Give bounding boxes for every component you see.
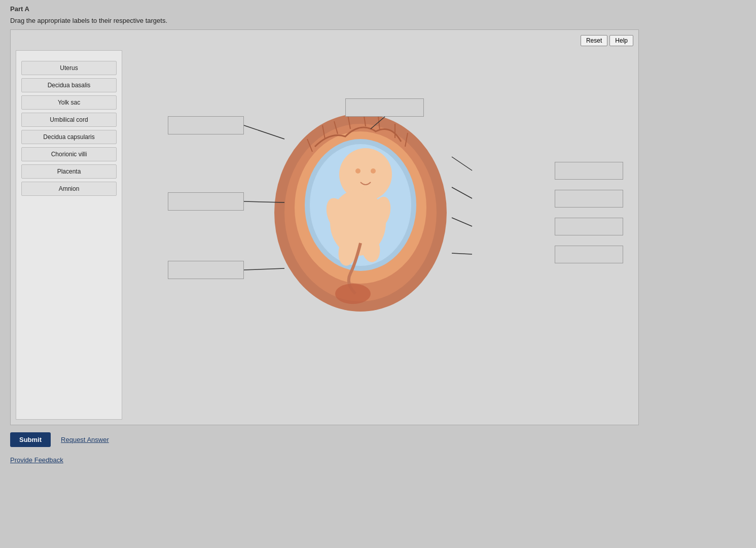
label-uterus[interactable]: Uterus	[21, 61, 117, 75]
drop-zone-right-1[interactable]	[555, 162, 623, 180]
request-answer-button[interactable]: Request Answer	[61, 436, 109, 443]
labels-panel: Uterus Decidua basalis Yolk sac Umbilica…	[16, 50, 122, 420]
drop-zone-left-upper[interactable]	[168, 116, 244, 134]
drop-zone-right-2[interactable]	[555, 190, 623, 208]
fetus-illustration	[264, 81, 457, 324]
help-button[interactable]: Help	[609, 35, 633, 46]
svg-point-11	[355, 168, 361, 174]
label-umbilical-cord[interactable]: Umbilical cord	[21, 113, 117, 127]
label-decidua-basalis[interactable]: Decidua basalis	[21, 78, 117, 92]
top-buttons: Reset Help	[581, 35, 633, 46]
diagram-area	[127, 50, 633, 420]
page-wrapper: Part A Drag the appropriate labels to th…	[0, 0, 756, 469]
drop-zone-right-4[interactable]	[555, 246, 623, 263]
label-placenta[interactable]: Placenta	[21, 164, 117, 179]
part-label: Part A	[10, 5, 746, 13]
label-yolk-sac[interactable]: Yolk sac	[21, 95, 117, 110]
drop-zone-right-3[interactable]	[555, 218, 623, 235]
instruction: Drag the appropriate labels to their res…	[10, 17, 746, 24]
feedback-link[interactable]: Provide Feedback	[10, 456, 746, 464]
bottom-actions: Submit Request Answer	[10, 432, 746, 447]
label-decidua-capsularis[interactable]: Decidua capsularis	[21, 130, 117, 144]
svg-point-12	[371, 168, 376, 174]
label-amnion[interactable]: Amnion	[21, 182, 117, 196]
svg-point-13	[335, 284, 371, 304]
reset-button[interactable]: Reset	[581, 35, 607, 46]
drop-zone-left-lower[interactable]	[168, 261, 244, 279]
drop-zone-left-middle[interactable]	[168, 192, 244, 211]
drop-zone-top-right[interactable]	[345, 98, 424, 117]
label-chorionic-villi[interactable]: Chorionic villi	[21, 147, 117, 161]
submit-button[interactable]: Submit	[10, 432, 51, 447]
main-box: Reset Help Uterus Decidua basalis Yolk s…	[10, 29, 639, 425]
